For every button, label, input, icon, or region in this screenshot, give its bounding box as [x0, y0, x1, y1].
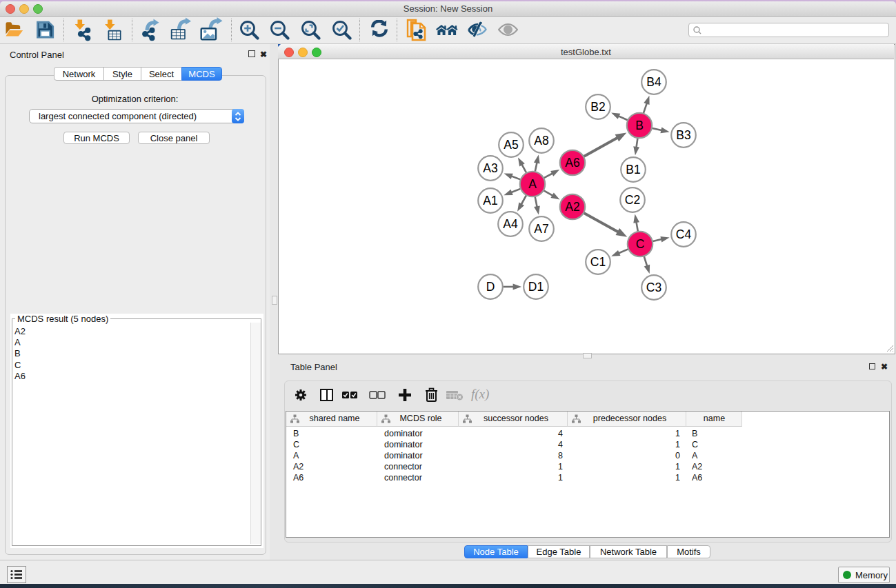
svg-text:D: D	[486, 280, 495, 294]
svg-text:C1: C1	[590, 255, 606, 269]
svg-text:A6: A6	[565, 156, 579, 170]
svg-text:B1: B1	[626, 163, 640, 176]
svg-text:C2: C2	[625, 193, 640, 207]
svg-text:D1: D1	[528, 280, 544, 294]
svg-text:B: B	[635, 119, 644, 132]
svg-text:A3: A3	[483, 161, 497, 175]
svg-text:A7: A7	[534, 222, 548, 236]
svg-text:A5: A5	[504, 138, 518, 152]
svg-text:A2: A2	[565, 200, 579, 214]
svg-text:B3: B3	[676, 128, 690, 142]
svg-text:C3: C3	[646, 281, 661, 294]
svg-text:B4: B4	[646, 75, 661, 89]
svg-text:A1: A1	[483, 194, 497, 207]
svg-text:A8: A8	[534, 134, 548, 148]
svg-text:C4: C4	[676, 227, 692, 241]
svg-text:C: C	[636, 237, 645, 251]
svg-text:A: A	[528, 177, 537, 191]
svg-text:B2: B2	[590, 100, 605, 114]
svg-text:A4: A4	[503, 217, 518, 231]
